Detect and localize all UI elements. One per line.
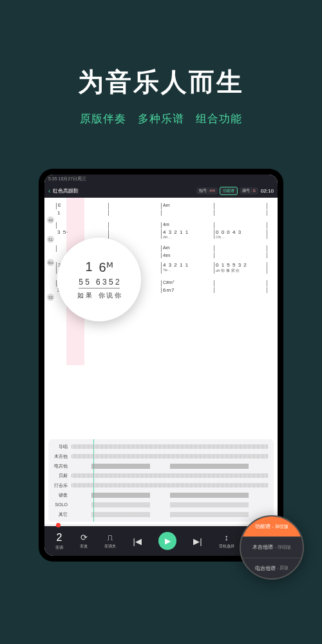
progress-bar[interactable] [44,524,278,526]
bar-number: 4m [47,259,54,266]
score-option-electric[interactable]: 电吉他谱- 原版 [241,558,303,578]
bar-number: 51 [47,236,54,243]
track-label[interactable]: 导唱 [51,444,71,450]
top-bar: ‹ 红色高跟鞋 拍号 · 4/4 功能谱 调号 · E 02:10 [44,184,278,198]
speed-button[interactable]: ⟳变速 [80,533,88,549]
track-label[interactable]: 其它 [51,511,71,518]
track-label[interactable]: 贝斯 [51,473,71,479]
duration: 02:10 [261,188,274,194]
score-option-acoustic[interactable]: 木吉他谱- 弹唱版 [241,537,303,558]
hero-title: 为音乐人而生 [0,64,322,100]
next-button[interactable]: ▶| [193,536,202,546]
zoom-lens: 16ᴹ 5 56 3 5 2 如 果你 说 你 [57,238,141,321]
status-bar: 5:35 10月27日周三 [44,175,278,184]
track-label[interactable]: 打击乐 [51,482,71,489]
track-label[interactable]: 电吉他 [51,463,71,469]
capo-icon: ⎍ [108,533,113,542]
screen: 5:35 10月27日周三 ‹ 红色高跟鞋 拍号 · 4/4 功能谱 调号 · … [44,175,278,556]
bar-number: 53 [47,294,54,301]
prev-button[interactable]: |◀ [133,536,141,546]
score-area[interactable]: E Am 49 1 4m 51 3 5· [44,198,278,437]
track-label[interactable]: 木吉他 [51,453,71,460]
key-pill[interactable]: 调号 · E [240,187,258,194]
prev-icon: |◀ [133,536,141,546]
progress-thumb[interactable] [56,523,61,527]
play-icon: ▶ [165,536,171,545]
track-label[interactable]: SOLO [51,502,71,507]
hero-subtitle: 原版伴奏 多种乐谱 组合功能 [0,111,322,126]
track-mixer[interactable]: 导唱 木吉他 电吉他 贝斯 打击乐 键盘 SOLO 其它 [48,439,274,522]
chord: C#m⁷ [162,280,214,287]
chord: E [56,203,109,209]
chord: Am [162,245,214,252]
track-label[interactable]: 键盘 [51,492,71,498]
song-title: 红色高跟鞋 [53,187,194,194]
transpose-button[interactable]: 2变调 [55,532,63,551]
playhead-line [93,439,94,522]
chord: 4m [162,222,214,229]
capo-button[interactable]: ⎍变调夫 [104,533,116,549]
back-button[interactable]: ‹ [48,187,50,194]
bar-number: 49 [47,216,54,223]
play-button[interactable]: ▶ [158,532,176,550]
next-icon: ▶| [193,536,202,546]
tablet-frame: 5:35 10月27日周三 ‹ 红色高跟鞋 拍号 · 4/4 功能谱 调号 · … [39,169,283,562]
sliders-icon: ↕ [224,533,229,542]
time-signature-pill[interactable]: 拍号 · 4/4 [196,187,218,194]
track-select-button[interactable]: ↕音轨选择 [219,533,234,549]
chord: Am [162,203,214,209]
score-type-popup: 功能谱- 和弦版 木吉他谱- 弹唱版 电吉他谱- 原版 [240,515,304,580]
score-type-pill[interactable]: 功能谱 [220,187,238,195]
loop-icon: ⟳ [80,533,88,542]
